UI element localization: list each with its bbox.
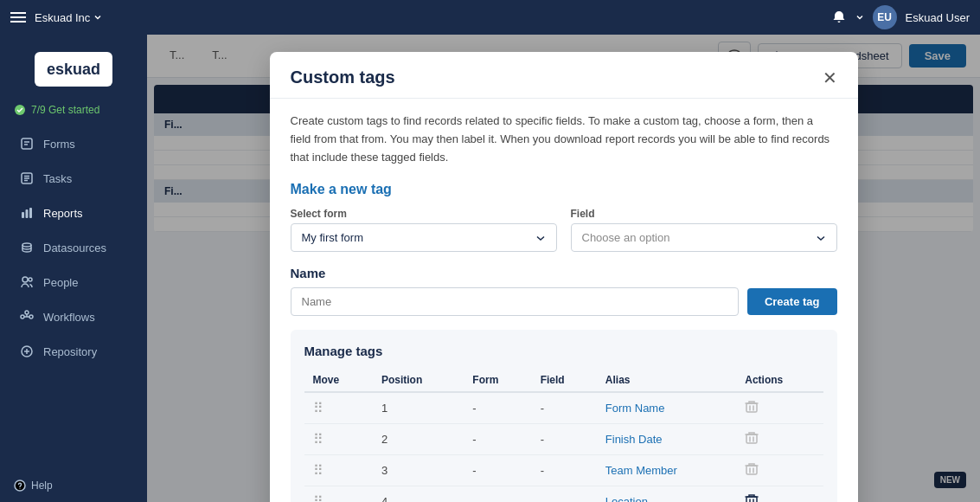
modal-close-button[interactable]: ✕: [823, 69, 837, 87]
table-row: ⠿ 3 - - Team Member: [304, 455, 823, 486]
sidebar-item-reports[interactable]: Reports: [5, 196, 142, 229]
field-cell: -: [532, 424, 597, 455]
svg-rect-18: [746, 434, 757, 443]
sidebar-item-tasks[interactable]: Tasks: [5, 162, 142, 195]
form-cell: -: [464, 486, 531, 502]
position-cell: 2: [373, 424, 464, 455]
field-cell: -: [532, 392, 597, 424]
logo-text: eskuad: [47, 61, 100, 79]
sidebar-item-datasources[interactable]: Datasources: [5, 231, 142, 264]
col-position: Position: [373, 369, 464, 392]
alias-cell: Team Member: [597, 455, 736, 486]
repository-icon: [19, 344, 35, 359]
svg-point-6: [22, 243, 31, 247]
alias-cell: Finish Date: [597, 424, 736, 455]
svg-rect-19: [746, 466, 757, 474]
help-icon: [14, 479, 26, 492]
progress-badge: 7/9 Get started: [0, 100, 147, 126]
modal-overlay: Custom tags ✕ Create custom tags to find…: [147, 35, 980, 502]
select-form-label: Select form: [291, 208, 557, 220]
delete-button[interactable]: [745, 495, 759, 502]
sidebar: eskuad 7/9 Get started Forms Tasks Repor…: [0, 35, 147, 502]
bell-icon[interactable]: [831, 10, 847, 25]
drag-handle[interactable]: ⠿: [304, 455, 373, 486]
position-cell: 1: [373, 392, 464, 424]
manage-tags-section: Manage tags Move Position Form Field Ali…: [291, 330, 837, 502]
chevron-down-icon: [93, 13, 102, 22]
chevron-down-icon: [535, 233, 546, 243]
logo-box: eskuad: [35, 52, 112, 87]
delete-button[interactable]: [745, 433, 759, 447]
name-section-title: Name: [291, 266, 837, 280]
user-chevron-icon: [855, 13, 864, 22]
modal-title: Custom tags: [291, 68, 395, 87]
alias-cell: Form Name: [597, 392, 736, 424]
table-row: ⠿ 1 - - Form Name: [304, 392, 823, 424]
people-icon: [19, 274, 35, 290]
hamburger-icon[interactable]: [10, 12, 26, 23]
make-tag-title: Make a new tag: [291, 182, 837, 197]
svg-point-11: [25, 311, 29, 314]
tags-table-body: ⠿ 1 - - Form Name ⠿ 2 - - Finish Date ⠿ …: [304, 392, 823, 502]
create-tag-button[interactable]: Create tag: [747, 288, 837, 315]
position-cell: 3: [373, 455, 464, 486]
name-section: Name Create tag: [291, 266, 837, 316]
delete-button[interactable]: [745, 402, 759, 416]
sidebar-item-forms[interactable]: Forms: [5, 127, 142, 160]
modal-description: Create custom tags to find records relat…: [291, 113, 837, 166]
modal-header: Custom tags ✕: [270, 52, 858, 99]
svg-rect-17: [746, 403, 757, 412]
topbar: Eskuad Inc EU Eskuad User: [0, 0, 980, 35]
layout: eskuad 7/9 Get started Forms Tasks Repor…: [0, 35, 980, 502]
reports-icon: [19, 205, 35, 221]
datasources-icon: [19, 240, 35, 255]
delete-button[interactable]: [745, 464, 759, 479]
sidebar-logo: eskuad: [0, 42, 147, 100]
topbar-right: EU Eskuad User: [831, 5, 970, 29]
drag-handle[interactable]: ⠿: [304, 486, 373, 502]
delete-cell: [736, 455, 823, 486]
alias-cell: Location: [597, 486, 736, 502]
topbar-left: Eskuad Inc: [10, 11, 102, 24]
select-form-dropdown[interactable]: My first form: [291, 223, 557, 252]
tags-table-header: Move Position Form Field Alias Actions: [304, 369, 823, 392]
svg-rect-1: [22, 138, 32, 149]
forms-icon: [19, 136, 35, 151]
svg-rect-3: [22, 212, 24, 218]
drag-handle[interactable]: ⠿: [304, 392, 373, 424]
avatar: EU: [873, 5, 897, 29]
help-button[interactable]: Help: [14, 479, 133, 492]
name-input[interactable]: [291, 287, 739, 316]
col-form: Form: [464, 369, 531, 392]
svg-point-9: [21, 315, 24, 319]
sidebar-item-workflows[interactable]: Workflows: [5, 300, 142, 333]
delete-cell: [736, 392, 823, 424]
modal-body: Create custom tags to find records relat…: [270, 99, 858, 502]
col-actions: Actions: [736, 369, 823, 392]
field-label: Field: [571, 208, 837, 220]
form-cell: -: [464, 392, 531, 424]
name-row: Create tag: [291, 287, 837, 316]
col-alias: Alias: [597, 369, 736, 392]
sidebar-item-people[interactable]: People: [5, 266, 142, 299]
delete-cell: [736, 424, 823, 455]
col-field: Field: [532, 369, 597, 392]
table-row: ⠿ 4 - - Location: [304, 486, 823, 502]
tags-table: Move Position Form Field Alias Actions ⠿: [304, 369, 823, 502]
select-form-group: Select form My first form: [291, 208, 557, 252]
form-cell: -: [464, 455, 531, 486]
svg-rect-5: [29, 208, 32, 218]
svg-rect-4: [26, 209, 29, 218]
sidebar-item-repository[interactable]: Repository: [5, 335, 142, 368]
make-tag-section: Make a new tag Select form My first form: [291, 182, 837, 252]
tasks-icon: [19, 171, 35, 186]
svg-rect-20: [746, 497, 757, 502]
field-dropdown[interactable]: Choose an option: [571, 223, 837, 252]
form-cell: -: [464, 424, 531, 455]
chevron-down-icon: [816, 233, 826, 243]
col-move: Move: [304, 369, 373, 392]
delete-cell: [736, 486, 823, 502]
drag-handle[interactable]: ⠿: [304, 424, 373, 455]
svg-point-10: [29, 315, 33, 319]
field-group: Field Choose an option: [571, 208, 837, 252]
